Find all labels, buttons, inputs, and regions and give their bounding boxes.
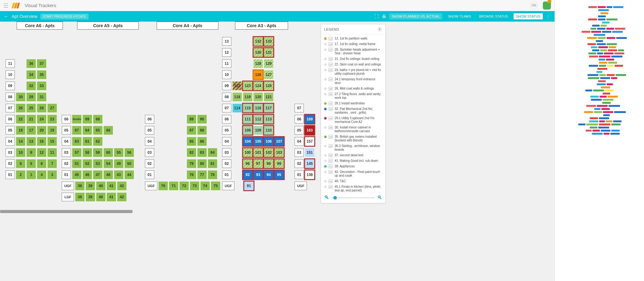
legend-item[interactable]: 3027.2 Tiling floors ,walls and vanity w…	[321, 91, 385, 101]
unit-cell[interactable]: 29	[27, 93, 36, 101]
unit-cell[interactable]: 76	[187, 170, 196, 179]
legend-item[interactable]: 3429.1 Utility Cupboard 2nd Fix mechanic…	[321, 115, 385, 125]
unit-cell[interactable]: 88	[197, 126, 207, 135]
unit-cell[interactable]: 4	[37, 170, 46, 179]
unit-cell[interactable]: 71	[169, 182, 178, 190]
unit-cell[interactable]: 5	[27, 159, 36, 168]
unit-cell[interactable]: 75	[211, 182, 220, 190]
legend-item[interactable]: 4141. Making Good incl. rub down	[321, 158, 385, 164]
unit-cell[interactable]: 63	[72, 137, 81, 146]
unit-cell[interactable]: 46	[83, 170, 92, 179]
unit-cell[interactable]: 42	[117, 193, 126, 201]
unit-cell[interactable]: 58	[83, 148, 92, 157]
legend-item[interactable]: 4139. Appliances	[321, 164, 385, 169]
logo-icon[interactable]	[12, 3, 19, 8]
unit-cell[interactable]: 18	[16, 126, 25, 135]
show-planned-button[interactable]: SHOW PLANNED VS. ACTUAL	[389, 13, 442, 19]
legend-item[interactable]: 3936.3 Skirting , architrave, window boa…	[321, 143, 385, 153]
unit-cell[interactable]: 104	[243, 137, 252, 146]
unit-cell[interactable]: 12	[37, 148, 46, 157]
unit-cell[interactable]: 127	[264, 70, 273, 79]
user-avatar[interactable]: GN	[530, 2, 538, 10]
unit-cell[interactable]: 124	[254, 82, 263, 90]
unit-cell[interactable]: 74	[200, 182, 210, 190]
unit-cell[interactable]: 128	[254, 59, 263, 68]
unit-cell[interactable]: 66	[104, 126, 113, 135]
unit-cell[interactable]: 78	[208, 170, 217, 179]
unit-cell[interactable]: 47	[93, 170, 102, 179]
unit-cell[interactable]: 2	[16, 170, 25, 179]
legend-item[interactable]: 2626. Mist coat walls & ceilings	[321, 86, 385, 91]
unit-cell[interactable]: 34	[27, 70, 36, 79]
unit-cell[interactable]: 163	[305, 126, 314, 135]
unit-cell[interactable]: 86	[197, 137, 207, 146]
unit-cell[interactable]: 51	[72, 159, 81, 168]
unit-cell[interactable]: 112	[254, 115, 263, 124]
menu-icon[interactable]	[4, 3, 8, 8]
unit-cell[interactable]: 10	[16, 148, 25, 157]
unit-cell[interactable]: 93	[254, 170, 263, 179]
unit-cell[interactable]: 113	[264, 115, 273, 124]
unit-cell[interactable]: 94	[264, 170, 273, 179]
unit-cell[interactable]: 97	[254, 159, 263, 168]
unit-cell[interactable]: 103	[275, 148, 284, 157]
unit-cell[interactable]: 41	[107, 193, 116, 201]
unit-cell[interactable]: 89	[187, 115, 196, 124]
unit-cell[interactable]: 70	[159, 182, 168, 190]
unit-cell[interactable]: 83	[197, 148, 207, 157]
unit-cell[interactable]: 125	[264, 82, 273, 90]
legend-list[interactable]: 1212. 1st fix partition walls1817. 1st f…	[321, 35, 385, 192]
unit-cell[interactable]: 102	[264, 148, 273, 157]
unit-cell-studio[interactable]: Studio	[72, 115, 81, 124]
unit-cell[interactable]: 37	[37, 59, 46, 68]
unit-cell[interactable]: 91	[244, 182, 254, 190]
unit-cell[interactable]: 54	[104, 159, 113, 168]
unit-cell[interactable]: 14	[16, 137, 25, 146]
unit-cell[interactable]: 31	[37, 93, 46, 101]
fullscreen-icon[interactable]: ⛶	[374, 14, 379, 19]
unit-cell[interactable]: 115	[243, 104, 252, 112]
chat-icon[interactable]	[543, 2, 551, 10]
unit-cell[interactable]: 42	[117, 182, 126, 190]
unit-cell[interactable]: 11	[47, 148, 57, 157]
unit-cell[interactable]: 118	[233, 93, 242, 101]
unit-cell[interactable]: 55	[114, 148, 123, 157]
horizontal-scrollbar[interactable]	[0, 210, 133, 213]
unit-cell[interactable]: 9	[27, 148, 36, 157]
unit-cell[interactable]: 121	[264, 93, 273, 101]
unit-cell[interactable]: 48	[104, 170, 113, 179]
unit-cell[interactable]: 17	[27, 126, 36, 135]
unit-cell[interactable]: 64	[83, 126, 92, 135]
unit-cell[interactable]: 73	[190, 182, 199, 190]
show-status-button[interactable]: SHOW STATUS	[514, 13, 543, 19]
legend-item[interactable]: 2323. baths + pre plumb kit + mid fix ut…	[321, 67, 385, 77]
unit-cell[interactable]: 3	[47, 170, 57, 179]
tracker-canvas[interactable]: Core A6 - Apts 113637 103435 093233 0830…	[0, 22, 555, 281]
unit-cell[interactable]: 107	[275, 137, 284, 146]
unit-cell[interactable]: 92	[243, 170, 252, 179]
unit-cell[interactable]: 39	[86, 193, 95, 201]
unit-cell[interactable]: 52	[83, 159, 92, 168]
legend-item[interactable]: 1212. 1st fix partition walls	[321, 36, 385, 41]
unit-cell[interactable]: 60	[104, 148, 113, 157]
unit-cell[interactable]: 105	[254, 137, 263, 146]
unit-cell[interactable]: 114	[233, 104, 242, 112]
unit-cell[interactable]: 130	[254, 48, 263, 57]
unit-cell[interactable]: 106	[264, 137, 273, 146]
unit-cell[interactable]: 90	[197, 115, 207, 124]
unit-cell[interactable]: 35	[37, 70, 46, 79]
unit-cell[interactable]: 61	[83, 137, 92, 146]
unit-cell[interactable]: 122	[233, 82, 242, 90]
unit-cell[interactable]: 13	[27, 137, 36, 146]
unit-cell[interactable]: 129	[264, 59, 273, 68]
unit-cell[interactable]: 25	[27, 104, 36, 112]
unit-cell[interactable]: 23	[47, 115, 57, 124]
more-icon[interactable]: ⋮	[546, 14, 551, 19]
unit-cell[interactable]: 65	[93, 126, 102, 135]
unit-cell[interactable]: 7	[47, 159, 57, 168]
browse-status-button[interactable]: BROWSE STATUS	[477, 13, 510, 19]
unit-cell[interactable]: 85	[187, 137, 196, 146]
legend-item[interactable]: 3835. British gas meters installed (book…	[321, 134, 385, 143]
unit-cell[interactable]: 45	[72, 170, 81, 179]
unit-cell[interactable]: 98	[264, 159, 273, 168]
